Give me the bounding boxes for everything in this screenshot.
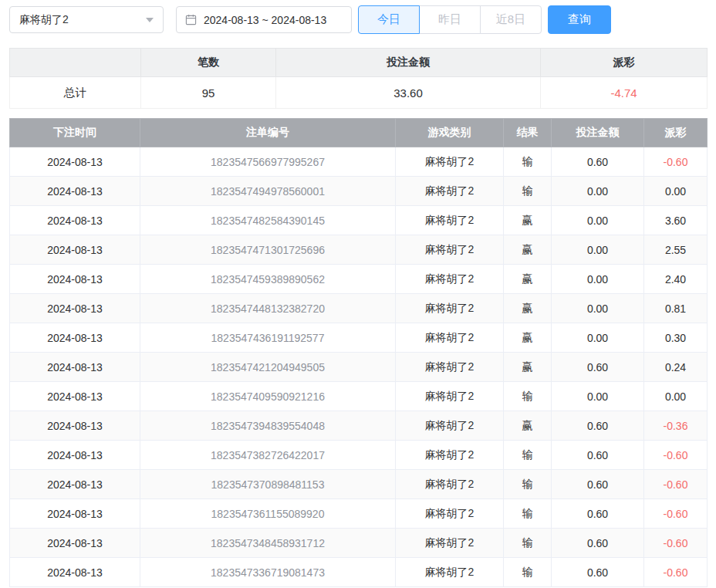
result-cell: 赢: [504, 353, 552, 382]
payout-cell: -0.60: [644, 470, 708, 499]
bet-time-cell: 2024-08-13: [10, 558, 140, 587]
bet-id-cell: 1823547409590921216: [140, 382, 396, 411]
summary-total-row: 总计 95 33.60 -4.74: [10, 77, 708, 109]
bet-amount-cell: 0.00: [552, 235, 644, 265]
bet-id-cell: 1823547459389890562: [140, 265, 396, 294]
summary-header-payout: 派彩: [541, 49, 708, 77]
last-8-days-quick-button[interactable]: 近8日: [480, 5, 542, 34]
game-type-cell: 麻将胡了2: [396, 147, 504, 177]
payout-cell: 2.40: [644, 265, 708, 294]
table-row: 2024-08-131823547482584390145麻将胡了2赢0.003…: [10, 206, 708, 235]
table-row: 2024-08-131823547336719081473麻将胡了2输0.60-…: [10, 558, 708, 587]
date-range-picker[interactable]: 2024-08-13 ~ 2024-08-13: [176, 6, 352, 33]
result-cell: 输: [504, 147, 552, 177]
table-row: 2024-08-131823547566977995267麻将胡了2输0.60-…: [10, 147, 708, 177]
summary-payout-value: -4.74: [541, 77, 708, 109]
bet-id-cell: 1823547436191192577: [140, 323, 396, 353]
today-quick-button[interactable]: 今日: [358, 5, 420, 34]
bet-amount-cell: 0.60: [552, 411, 644, 441]
game-type-cell: 麻将胡了2: [396, 323, 504, 353]
yesterday-quick-button[interactable]: 昨日: [419, 5, 481, 34]
payout-cell: 0.00: [644, 382, 708, 411]
bet-id-cell: 1823547482584390145: [140, 206, 396, 235]
bet-amount-cell: 0.60: [552, 529, 644, 558]
summary-header-row: 笔数 投注金额 派彩: [10, 49, 708, 77]
bet-time-cell: 2024-08-13: [10, 529, 140, 558]
payout-cell: -0.60: [644, 147, 708, 177]
bet-time-cell: 2024-08-13: [10, 441, 140, 470]
game-type-cell: 麻将胡了2: [396, 235, 504, 265]
betting-records-page: 麻将胡了2 2024-08-13 ~ 2024-08-13 今日 昨日 近8日 …: [0, 0, 716, 587]
bet-amount-cell: 0.60: [552, 558, 644, 587]
table-row: 2024-08-131823547382726422017麻将胡了2输0.60-…: [10, 441, 708, 470]
column-header-game-type: 游戏类别: [396, 119, 504, 147]
summary-count-value: 95: [141, 77, 276, 109]
game-type-cell: 麻将胡了2: [396, 411, 504, 441]
table-row: 2024-08-131823547348458931712麻将胡了2输0.60-…: [10, 529, 708, 558]
game-type-cell: 麻将胡了2: [396, 353, 504, 382]
payout-cell: -0.60: [644, 441, 708, 470]
payout-cell: -0.60: [644, 499, 708, 529]
bet-id-cell: 1823547348458931712: [140, 529, 396, 558]
table-row: 2024-08-131823547459389890562麻将胡了2赢0.002…: [10, 265, 708, 294]
game-type-cell: 麻将胡了2: [396, 294, 504, 323]
bet-id-cell: 1823547494978560001: [140, 177, 396, 206]
summary-table: 笔数 投注金额 派彩 总计 95 33.60 -4.74: [9, 48, 708, 109]
table-row: 2024-08-131823547370898481153麻将胡了2输0.60-…: [10, 470, 708, 499]
bet-id-cell: 1823547471301725696: [140, 235, 396, 265]
game-select-value: 麻将胡了2: [19, 13, 69, 27]
table-row: 2024-08-131823547394839554048麻将胡了2赢0.60-…: [10, 411, 708, 441]
payout-cell: -0.60: [644, 529, 708, 558]
table-row: 2024-08-131823547409590921216麻将胡了2输0.000…: [10, 382, 708, 411]
bet-time-cell: 2024-08-13: [10, 265, 140, 294]
search-button[interactable]: 查询: [548, 5, 611, 34]
bet-amount-cell: 0.00: [552, 206, 644, 235]
result-cell: 输: [504, 470, 552, 499]
toolbar: 麻将胡了2 2024-08-13 ~ 2024-08-13 今日 昨日 近8日 …: [9, 5, 707, 34]
bet-amount-cell: 0.00: [552, 177, 644, 206]
game-type-cell: 麻将胡了2: [396, 265, 504, 294]
bet-time-cell: 2024-08-13: [10, 353, 140, 382]
game-type-cell: 麻将胡了2: [396, 441, 504, 470]
bet-amount-cell: 0.00: [552, 382, 644, 411]
payout-cell: 3.60: [644, 206, 708, 235]
result-cell: 赢: [504, 235, 552, 265]
bet-time-cell: 2024-08-13: [10, 235, 140, 265]
column-header-bet-time: 下注时间: [10, 119, 140, 147]
result-cell: 输: [504, 382, 552, 411]
summary-header-blank: [10, 49, 141, 77]
table-row: 2024-08-131823547471301725696麻将胡了2赢0.002…: [10, 235, 708, 265]
quick-date-button-group: 今日 昨日 近8日: [358, 5, 542, 34]
bet-amount-cell: 0.60: [552, 499, 644, 529]
bet-amount-cell: 0.00: [552, 294, 644, 323]
bet-time-cell: 2024-08-13: [10, 323, 140, 353]
bet-time-cell: 2024-08-13: [10, 411, 140, 441]
bet-amount-cell: 0.60: [552, 470, 644, 499]
game-select[interactable]: 麻将胡了2: [9, 6, 164, 33]
result-cell: 赢: [504, 323, 552, 353]
column-header-result: 结果: [504, 119, 552, 147]
table-row: 2024-08-131823547448132382720麻将胡了2赢0.000…: [10, 294, 708, 323]
table-row: 2024-08-131823547421204949505麻将胡了2赢0.600…: [10, 353, 708, 382]
result-cell: 输: [504, 177, 552, 206]
result-cell: 输: [504, 441, 552, 470]
result-cell: 赢: [504, 294, 552, 323]
bet-time-cell: 2024-08-13: [10, 382, 140, 411]
column-header-payout: 派彩: [644, 119, 708, 147]
bet-time-cell: 2024-08-13: [10, 470, 140, 499]
game-type-cell: 麻将胡了2: [396, 206, 504, 235]
result-cell: 输: [504, 499, 552, 529]
bet-id-cell: 1823547448132382720: [140, 294, 396, 323]
payout-cell: 0.81: [644, 294, 708, 323]
bet-id-cell: 1823547382726422017: [140, 441, 396, 470]
bet-id-cell: 1823547394839554048: [140, 411, 396, 441]
bet-id-cell: 1823547370898481153: [140, 470, 396, 499]
result-cell: 赢: [504, 265, 552, 294]
result-cell: 输: [504, 529, 552, 558]
payout-cell: 0.30: [644, 323, 708, 353]
bet-amount-cell: 0.00: [552, 323, 644, 353]
bet-id-cell: 1823547566977995267: [140, 147, 396, 177]
table-row: 2024-08-131823547436191192577麻将胡了2赢0.000…: [10, 323, 708, 353]
bet-id-cell: 1823547361155089920: [140, 499, 396, 529]
summary-total-label: 总计: [10, 77, 141, 109]
